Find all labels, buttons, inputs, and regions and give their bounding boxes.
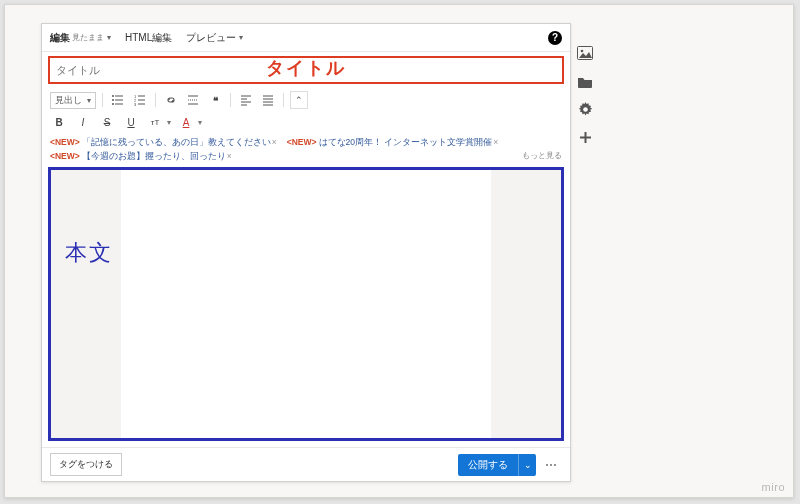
heading-select-label: 見出し bbox=[55, 94, 82, 107]
link-icon[interactable] bbox=[162, 91, 180, 109]
canvas-stage: 編集 見たまま ▾ HTML編集 プレビュー ▾ ? タイトル 見出し bbox=[4, 4, 794, 498]
chevron-down-icon: ▾ bbox=[107, 33, 111, 42]
help-icon[interactable]: ? bbox=[548, 31, 562, 45]
blog-editor-panel: 編集 見たまま ▾ HTML編集 プレビュー ▾ ? タイトル 見出し bbox=[41, 23, 571, 482]
image-upload-icon[interactable] bbox=[577, 45, 593, 61]
separator bbox=[283, 93, 284, 107]
add-tags-button[interactable]: タグをつける bbox=[50, 453, 122, 476]
publish-options-button[interactable]: ⌄ bbox=[518, 454, 536, 476]
writing-prompts: <NEW> 「記憶に残っている、あの日」教えてください × <NEW> はてな2… bbox=[42, 132, 570, 165]
body-frame: 本文 bbox=[48, 167, 564, 441]
heading-select[interactable]: 見出し ▾ bbox=[50, 92, 96, 109]
bold-button[interactable]: B bbox=[50, 113, 68, 131]
chevron-down-icon: ▾ bbox=[87, 96, 91, 105]
editor-footer: タグをつける 公開する ⌄ ⋯ bbox=[42, 447, 570, 481]
svg-point-4 bbox=[112, 99, 114, 101]
formatting-toolbar: 見出し ▾ 123 ❝ bbox=[42, 86, 570, 132]
align-left-icon[interactable] bbox=[237, 91, 255, 109]
prompt-line-1: <NEW> 「記憶に残っている、あの日」教えてください × <NEW> はてな2… bbox=[50, 136, 562, 150]
svg-point-24 bbox=[581, 50, 584, 53]
publish-button[interactable]: 公開する bbox=[458, 454, 518, 476]
chevron-down-icon: ▾ bbox=[239, 33, 243, 42]
tab-edit-sublabel: 見たまま bbox=[72, 32, 104, 43]
title-frame: タイトル bbox=[48, 56, 564, 84]
show-more-link[interactable]: もっと見る bbox=[522, 150, 562, 163]
body-editor[interactable] bbox=[121, 170, 491, 438]
svg-point-25 bbox=[583, 107, 588, 112]
new-badge: <NEW> bbox=[287, 136, 317, 150]
bulleted-list-icon[interactable] bbox=[109, 91, 127, 109]
prompt-link[interactable]: 【今週のお題】握ったり、回ったり bbox=[82, 150, 226, 164]
underline-button[interactable]: U bbox=[122, 113, 140, 131]
separator bbox=[102, 93, 103, 107]
title-area: タイトル bbox=[42, 52, 570, 86]
tab-edit-label: 編集 bbox=[50, 31, 70, 45]
folder-icon[interactable] bbox=[577, 73, 593, 89]
collapse-toolbar-icon[interactable]: ⌃ bbox=[290, 91, 308, 109]
new-badge: <NEW> bbox=[50, 150, 80, 164]
numbered-list-icon[interactable]: 123 bbox=[131, 91, 149, 109]
tab-edit[interactable]: 編集 見たまま ▾ bbox=[50, 31, 111, 45]
text-color-button[interactable]: A bbox=[177, 113, 195, 131]
more-actions-button[interactable]: ⋯ bbox=[540, 458, 562, 472]
separator bbox=[155, 93, 156, 107]
svg-text:3: 3 bbox=[134, 102, 137, 106]
page-margin-left bbox=[51, 170, 121, 438]
chevron-down-icon: ▾ bbox=[198, 118, 202, 127]
close-icon[interactable]: × bbox=[227, 150, 232, 164]
body-annotation-overlay: 本文 bbox=[65, 238, 113, 268]
plus-icon[interactable] bbox=[577, 129, 593, 145]
new-badge: <NEW> bbox=[50, 136, 80, 150]
read-more-icon[interactable] bbox=[184, 91, 202, 109]
chevron-down-icon: ▾ bbox=[167, 118, 171, 127]
publish-group: 公開する ⌄ bbox=[458, 454, 536, 476]
page-margin-right bbox=[491, 170, 561, 438]
strikethrough-button[interactable]: S bbox=[98, 113, 116, 131]
tab-html-label: HTML編集 bbox=[125, 31, 172, 45]
font-size-button[interactable]: тT bbox=[146, 113, 164, 131]
prompt-line-2: <NEW> 【今週のお題】握ったり、回ったり × もっと見る bbox=[50, 150, 562, 164]
chevron-down-icon: ⌄ bbox=[524, 460, 532, 470]
italic-button[interactable]: I bbox=[74, 113, 92, 131]
editor-tabs: 編集 見たまま ▾ HTML編集 プレビュー ▾ ? bbox=[42, 24, 570, 52]
prompt-link[interactable]: 「記憶に残っている、あの日」教えてください bbox=[82, 136, 271, 150]
close-icon[interactable]: × bbox=[272, 136, 277, 150]
svg-point-3 bbox=[112, 95, 114, 97]
tab-preview[interactable]: プレビュー ▾ bbox=[186, 31, 243, 45]
align-justify-icon[interactable] bbox=[259, 91, 277, 109]
gear-icon[interactable] bbox=[577, 101, 593, 117]
miro-watermark: miro bbox=[762, 481, 785, 493]
quote-icon[interactable]: ❝ bbox=[206, 91, 224, 109]
body-area: 本文 bbox=[42, 165, 570, 447]
svg-point-5 bbox=[112, 103, 114, 105]
tab-preview-label: プレビュー bbox=[186, 31, 236, 45]
title-input[interactable] bbox=[56, 58, 556, 82]
separator bbox=[230, 93, 231, 107]
sidebar-tools bbox=[575, 45, 595, 145]
close-icon[interactable]: × bbox=[493, 136, 498, 150]
prompt-link[interactable]: はてな20周年！ インターネット文学賞開催 bbox=[319, 136, 493, 150]
tab-html[interactable]: HTML編集 bbox=[125, 31, 172, 45]
